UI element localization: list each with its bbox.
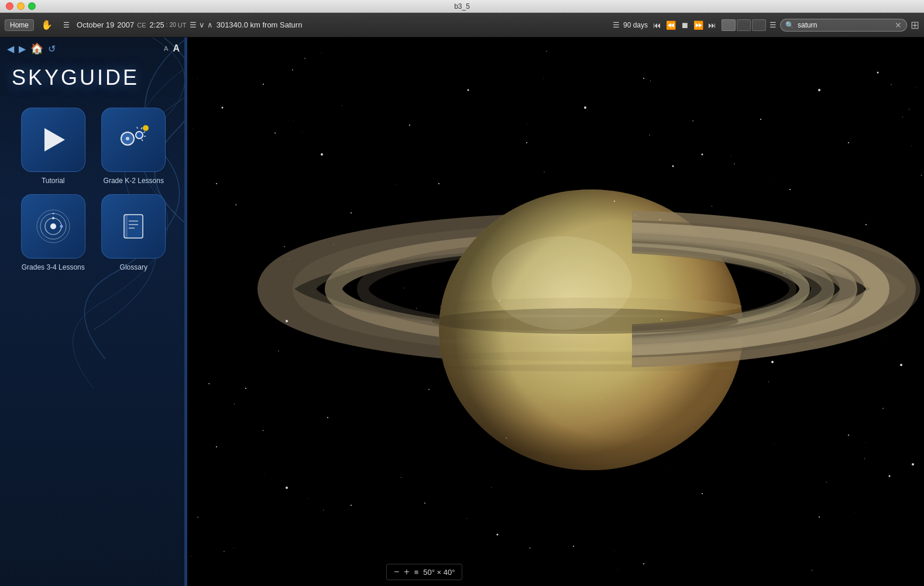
skyguide-logo: SKYGUIDE [0,60,187,102]
stop-button[interactable]: ⏹ [679,19,691,31]
glossary-icon [101,194,166,258]
svg-rect-22 [129,220,138,222]
fov-display: 50° × 40° [423,568,455,577]
minimize-button[interactable] [17,2,25,10]
view-btn-3[interactable] [752,19,766,31]
menu-grid: Tutorial [0,102,187,277]
pan-tool-button[interactable]: ✋ [37,18,56,32]
step-back-button[interactable]: ⏪ [664,19,678,31]
svg-point-18 [60,225,63,228]
time-display: 2:25 : 20 UT [150,20,187,29]
maximize-button[interactable] [28,2,36,10]
back-button[interactable]: ◀ [7,43,14,54]
search-container: 🔍 ✕ [780,19,907,32]
grade-k2-icon [101,108,166,172]
svg-point-49 [492,236,632,330]
distance-display: 301340.0 km from Saturn [217,20,303,29]
glossary-label: Glossary [120,263,147,271]
window-controls [6,2,36,10]
skyguide-title: SKYGUIDE [12,66,175,90]
sky-view[interactable]: − + ≡ 50° × 40° [187,37,924,586]
zoom-out-button[interactable]: − [394,567,399,577]
svg-point-12 [143,125,149,131]
svg-line-9 [143,132,145,133]
home-button[interactable]: Home [5,19,34,31]
sidebar-resizer[interactable] [184,37,187,586]
time-seconds: : [166,22,168,28]
window-title: b3_5 [454,2,470,11]
date-text: October 19 [77,20,114,29]
bottom-bar: − + ≡ 50° × 40° [386,564,462,580]
title-bar: b3_5 [0,0,924,13]
skip-forward-button[interactable]: ⏭ [706,19,718,31]
time-value: 2:25 [150,20,164,29]
grade-34-label: Grades 3-4 Lessons [22,263,85,271]
forward-button[interactable]: ▶ [19,43,26,54]
time-unit: UT [178,22,187,29]
svg-line-11 [142,139,143,141]
toolbar: Home ✋ ☰ October 19 2007 CE 2:25 : 20 UT… [0,13,924,37]
saturn-image [187,37,924,586]
svg-point-17 [52,217,54,219]
sidebar-nav: ◀ ▶ 🏠 ↺ A A [0,37,187,60]
search-icon: 🔍 [785,21,794,29]
tutorial-label: Tutorial [42,177,65,185]
date-display: October 19 2007 CE [77,20,146,29]
skip-back-button[interactable]: ⏮ [651,19,663,31]
era-text: CE [137,22,146,29]
main-content: ◀ ▶ 🏠 ↺ A A SKYGUIDE Tutorial [0,37,924,586]
close-button[interactable] [6,2,13,10]
days-display: 90 days [623,21,648,29]
grade-k2-menu-item[interactable]: Grade K-2 Lessons [98,108,170,185]
search-clear-button[interactable]: ✕ [895,20,902,30]
svg-point-13 [50,223,56,229]
glossary-menu-item[interactable]: Glossary [98,194,170,271]
distance-text: 301340.0 km from Saturn [217,20,303,29]
grade-k2-label: Grade K-2 Lessons [104,177,164,185]
menu-icon[interactable]: ☰ [60,20,73,30]
playback-controls: ⏮ ⏪ ⏹ ⏩ ⏭ [651,19,718,31]
font-size-small[interactable]: A [164,45,168,52]
view-btn-1[interactable] [722,19,736,31]
fullscreen-button[interactable]: ⊞ [911,19,919,32]
tutorial-icon [21,108,85,172]
toolbar-icons: ☰ ∨ ∧ [190,20,212,29]
view-buttons [722,19,766,31]
zoom-in-button[interactable]: + [404,567,409,577]
tutorial-menu-item[interactable]: Tutorial [18,108,89,185]
grid-icon[interactable]: ≡ [414,568,419,577]
home-nav-button[interactable]: 🏠 [30,42,43,55]
view-btn-2[interactable] [737,19,751,31]
font-size-large[interactable]: A [173,43,180,54]
svg-point-4 [126,137,129,140]
refresh-button[interactable]: ↺ [48,43,56,54]
svg-line-8 [141,127,142,129]
grade-34-icon [21,194,85,258]
search-input[interactable] [798,21,891,29]
view-menu-icon[interactable]: ☰ [770,20,777,29]
svg-point-19 [52,213,54,215]
svg-line-7 [137,127,138,129]
svg-rect-23 [129,224,138,225]
sidebar: ◀ ▶ 🏠 ↺ A A SKYGUIDE Tutorial [0,37,187,586]
time-sec-val: 20 [170,22,176,28]
svg-rect-24 [129,227,135,229]
step-forward-button[interactable]: ⏩ [692,19,705,31]
settings-menu-icon[interactable]: ☰ [613,20,620,29]
svg-rect-21 [125,215,128,238]
grade-34-menu-item[interactable]: Grades 3-4 Lessons [18,194,89,271]
year-text: 2007 [117,20,134,29]
svg-point-6 [136,132,142,138]
